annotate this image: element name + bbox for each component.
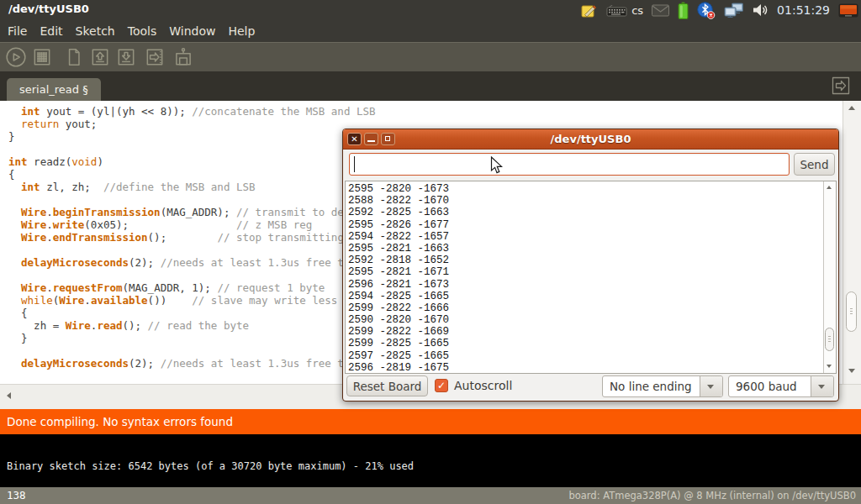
serial-line: 2596 -2819 -1675 <box>348 362 836 374</box>
clock[interactable]: 01:51:29 <box>777 3 830 17</box>
system-tray: cs 01:51:29 <box>581 0 858 20</box>
baud-value: 9600 baud <box>736 380 797 393</box>
scroll-up-icon[interactable] <box>827 186 832 189</box>
serial-line: 2596 -2821 -1673 <box>348 279 836 291</box>
serial-line: 2588 -2822 -1670 <box>348 195 836 207</box>
serial-line: 2597 -2825 -1665 <box>348 350 836 362</box>
serial-line: 2592 -2818 -1652 <box>348 255 836 266</box>
baud-select[interactable]: 9600 baud <box>728 375 834 397</box>
compile-status-bar: Done compiling. No syntax errors found <box>0 409 861 434</box>
volume-icon[interactable] <box>753 3 769 18</box>
serial-line: 2599 -2822 -1666 <box>348 302 836 314</box>
stop-button[interactable] <box>30 45 54 69</box>
menu-item-edit[interactable]: Edit <box>40 24 62 38</box>
chevron-down-icon[interactable] <box>700 376 722 396</box>
board-info: board: ATmega328P(A) @ 8 MHz (internal) … <box>568 490 856 501</box>
mail-icon[interactable] <box>652 4 669 17</box>
serial-line: 2595 -2826 -1677 <box>348 219 836 231</box>
keyboard-layout-label[interactable]: cs <box>631 4 643 17</box>
chevron-down-icon[interactable] <box>811 376 833 396</box>
desktop: /dev/ttyUSB0 cs 01:51:29 FileEditSketchT… <box>0 0 861 504</box>
serial-monitor-titlebar[interactable]: ✕ /dev/ttyUSB0 <box>343 129 838 150</box>
save-button[interactable] <box>114 45 138 69</box>
verify-icon <box>5 46 27 68</box>
verify-button[interactable] <box>4 45 28 69</box>
top-panel: /dev/ttyUSB0 cs 01:51:29 <box>0 0 861 20</box>
new-sketch-icon <box>63 46 85 68</box>
serial-monitor-window: ✕ /dev/ttyUSB0 Send 2595 -2820 -16732588… <box>342 129 839 402</box>
serial-monitor-button[interactable] <box>172 45 195 69</box>
line-ending-select[interactable]: No line ending <box>602 375 723 397</box>
upload-button[interactable] <box>143 45 166 69</box>
mouse-cursor <box>490 156 503 175</box>
tab-label: serial_read § <box>19 83 88 96</box>
menu-item-tools[interactable]: Tools <box>128 24 157 38</box>
upload-icon <box>144 46 166 68</box>
ide-status-bar: 138 board: ATmega328P(A) @ 8 MHz (intern… <box>0 487 861 504</box>
menu-item-file[interactable]: File <box>8 24 27 38</box>
toolbar <box>0 42 861 71</box>
send-button[interactable]: Send <box>794 153 835 176</box>
serial-scrollbar[interactable] <box>823 181 836 373</box>
save-icon <box>115 46 137 68</box>
network-icon[interactable] <box>724 3 744 18</box>
editor-vertical-scrollbar[interactable] <box>843 101 861 384</box>
scroll-left-icon[interactable] <box>7 392 11 399</box>
notes-icon[interactable] <box>581 3 598 18</box>
menu-item-sketch[interactable]: Sketch <box>76 24 115 38</box>
console-output: Binary sketch size: 6542 bytes (of a 307… <box>7 460 414 472</box>
scroll-up-icon[interactable] <box>848 106 855 110</box>
serial-input[interactable] <box>349 153 790 176</box>
serial-output[interactable]: 2595 -2820 -16732588 -2822 -16702592 -28… <box>345 181 837 374</box>
serial-line: 2595 -2821 -1663 <box>348 243 836 255</box>
serial-line: 2599 -2825 -1665 <box>348 338 836 349</box>
serial-line: 2592 -2825 -1663 <box>348 207 836 218</box>
editor-scrollbar-thumb[interactable] <box>846 291 857 332</box>
line-number: 138 <box>7 489 26 501</box>
line-ending-value: No line ending <box>610 380 692 393</box>
serial-line: 2594 -2822 -1657 <box>348 231 836 243</box>
scroll-down-icon[interactable] <box>848 369 855 373</box>
menu-item-help[interactable]: Help <box>228 24 255 38</box>
stop-icon <box>31 46 53 68</box>
compile-message: Done compiling. No syntax errors found <box>7 415 233 428</box>
serial-line: 2595 -2821 -1671 <box>348 266 836 278</box>
serial-monitor-icon <box>172 46 194 68</box>
build-console: Binary sketch size: 6542 bytes (of a 307… <box>0 434 861 487</box>
tab-panel-arrow-icon[interactable] <box>832 76 850 95</box>
autoscroll-label: Autoscroll <box>454 379 512 392</box>
scroll-down-icon[interactable] <box>827 365 832 368</box>
bluetooth-icon[interactable] <box>697 2 716 19</box>
text-caret <box>354 156 355 172</box>
open-icon <box>89 46 111 68</box>
tab-bar: serial_read § <box>0 71 861 101</box>
keyboard-icon[interactable] <box>606 4 628 17</box>
code-line: int yout = (yl|(yh << 8)); //concatenate… <box>8 105 843 118</box>
serial-monitor-title: /dev/ttyUSB0 <box>343 133 838 145</box>
open-button[interactable] <box>88 45 112 69</box>
serial-scrollbar-thumb[interactable] <box>825 328 834 351</box>
new-sketch-button[interactable] <box>62 45 86 69</box>
serial-line: 2595 -2820 -1673 <box>348 183 836 195</box>
serial-line: 2599 -2822 -1669 <box>348 326 836 338</box>
menu-item-window[interactable]: Window <box>169 24 215 38</box>
tab-serial-read[interactable]: serial_read § <box>7 78 101 101</box>
serial-line: 2590 -2820 -1670 <box>348 314 836 326</box>
window-title: /dev/ttyUSB0 <box>8 3 89 15</box>
reset-board-button[interactable]: Reset Board <box>346 375 428 396</box>
serial-line: 2594 -2825 -1665 <box>348 291 836 302</box>
autoscroll-checkbox[interactable]: ✓ <box>435 379 448 392</box>
menubar: FileEditSketchToolsWindowHelp <box>0 20 861 42</box>
session-icon[interactable] <box>838 3 858 18</box>
battery-icon[interactable] <box>678 2 689 19</box>
